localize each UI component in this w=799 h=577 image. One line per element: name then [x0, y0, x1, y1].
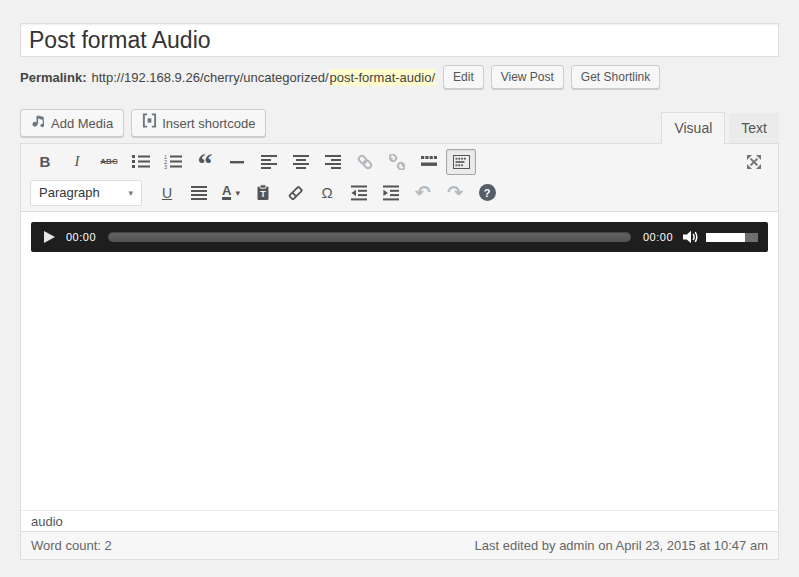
help-icon: ?	[479, 184, 496, 201]
audio-duration: 00:00	[643, 231, 673, 243]
post-editor-screen: { "post": { "title": "Post format Audio"…	[0, 0, 799, 577]
view-post-button[interactable]: View Post	[491, 65, 564, 89]
align-right-icon	[325, 154, 341, 170]
audio-seek-bar[interactable]	[108, 232, 631, 242]
align-left-button[interactable]	[254, 149, 284, 175]
italic-button[interactable]: I	[62, 149, 92, 175]
volume-slider[interactable]	[706, 233, 758, 242]
paragraph-format-value: Paragraph	[39, 185, 100, 200]
blockquote-icon: “	[198, 161, 213, 175]
text-color-icon: A	[222, 185, 231, 200]
underline-button[interactable]: U	[152, 180, 182, 206]
editor-content-area[interactable]: 00:00 00:00	[21, 212, 778, 510]
bold-button[interactable]: B	[30, 149, 60, 175]
add-media-label: Add Media	[51, 116, 113, 131]
chevron-down-icon: ▾	[128, 188, 133, 198]
media-buttons-row: Add Media Insert shortcode	[20, 109, 266, 137]
permalink-row: Permalink: http://192.168.9.26/cherry/un…	[20, 63, 660, 91]
link-button[interactable]	[350, 149, 380, 175]
bulleted-list-button[interactable]	[126, 149, 156, 175]
underline-icon: U	[162, 185, 172, 201]
editor-mode-tabs: Visual Text	[661, 112, 779, 143]
insert-shortcode-label: Insert shortcode	[162, 116, 255, 131]
redo-icon: ↷	[447, 186, 463, 200]
paste-as-text-button[interactable]: T	[248, 180, 278, 206]
editor-container: B I ABC 123 “	[20, 143, 779, 560]
text-color-button[interactable]: A ▾	[216, 180, 246, 206]
horizontal-rule-icon	[229, 154, 245, 170]
outdent-icon	[351, 185, 367, 201]
strikethrough-button[interactable]: ABC	[94, 149, 124, 175]
more-tag-button[interactable]	[414, 149, 444, 175]
editor-toolbar: B I ABC 123 “	[21, 144, 778, 212]
align-left-icon	[261, 154, 277, 170]
strikethrough-icon: ABC	[100, 157, 117, 166]
element-path-node[interactable]: audio	[31, 514, 63, 529]
text-color-dropdown-icon: ▾	[235, 188, 240, 198]
add-media-button[interactable]: Add Media	[20, 109, 124, 137]
undo-icon: ↶	[415, 186, 431, 200]
special-character-button[interactable]: Ω	[312, 180, 342, 206]
align-right-button[interactable]	[318, 149, 348, 175]
get-shortlink-button[interactable]: Get Shortlink	[571, 65, 660, 89]
bold-icon: B	[40, 153, 51, 170]
unlink-icon	[389, 154, 405, 170]
redo-button[interactable]: ↷	[440, 180, 470, 206]
post-status-info: Word count: 2 Last edited by admin on Ap…	[21, 531, 778, 559]
undo-button[interactable]: ↶	[408, 180, 438, 206]
insert-shortcode-button[interactable]: Insert shortcode	[131, 109, 266, 137]
fullscreen-button[interactable]	[739, 149, 769, 175]
justify-icon	[191, 185, 207, 201]
last-edited-text: Last edited by admin on April 23, 2015 a…	[475, 538, 768, 553]
paragraph-format-select[interactable]: Paragraph ▾	[30, 180, 142, 206]
unlink-button[interactable]	[382, 149, 412, 175]
italic-icon: I	[75, 153, 80, 170]
horizontal-rule-button[interactable]	[222, 149, 252, 175]
omega-icon: Ω	[321, 184, 332, 201]
help-button[interactable]: ?	[472, 180, 502, 206]
indent-button[interactable]	[376, 180, 406, 206]
toolbar-row-2: Paragraph ▾ U A ▾ T Ω ↶	[21, 177, 778, 208]
clear-formatting-button[interactable]	[280, 180, 310, 206]
shortcode-brackets-icon	[142, 113, 157, 131]
svg-text:3: 3	[164, 164, 167, 169]
volume-level	[706, 233, 745, 242]
word-count-value: 2	[104, 538, 111, 553]
justify-button[interactable]	[184, 180, 214, 206]
permalink-label: Permalink:	[20, 70, 86, 85]
more-tag-icon	[421, 156, 437, 167]
word-count: Word count: 2	[31, 538, 112, 553]
bulleted-list-icon	[132, 154, 150, 169]
toolbar-toggle-icon	[453, 155, 470, 169]
permalink-url: http://192.168.9.26/cherry/uncategorized…	[91, 70, 328, 85]
numbered-list-button[interactable]: 123	[158, 149, 188, 175]
speaker-icon	[683, 230, 699, 244]
word-count-label: Word count:	[31, 538, 101, 553]
link-icon	[357, 154, 373, 170]
paste-as-text-icon: T	[255, 184, 271, 201]
audio-current-time: 00:00	[66, 231, 96, 243]
numbered-list-icon: 123	[164, 154, 182, 169]
blockquote-button[interactable]: “	[190, 149, 220, 175]
volume-mute-button[interactable]	[683, 230, 699, 244]
tab-visual[interactable]: Visual	[661, 112, 725, 144]
post-title-input[interactable]	[20, 23, 779, 57]
add-media-icon	[31, 113, 46, 131]
align-center-button[interactable]	[286, 149, 316, 175]
eraser-icon	[287, 185, 304, 201]
tab-text[interactable]: Text	[729, 113, 779, 143]
svg-text:T: T	[260, 189, 266, 199]
fullscreen-expand-icon	[746, 154, 762, 170]
toolbar-toggle-button[interactable]	[446, 149, 476, 175]
align-center-icon	[293, 154, 309, 170]
permalink-slug: post-format-audio/	[329, 69, 437, 86]
edit-permalink-button[interactable]: Edit	[443, 65, 484, 89]
toolbar-row-1: B I ABC 123 “	[21, 146, 778, 177]
outdent-button[interactable]	[344, 180, 374, 206]
element-path-bar: audio	[21, 510, 778, 531]
audio-player: 00:00 00:00	[31, 222, 768, 252]
play-button[interactable]	[44, 231, 55, 243]
indent-icon	[383, 185, 399, 201]
